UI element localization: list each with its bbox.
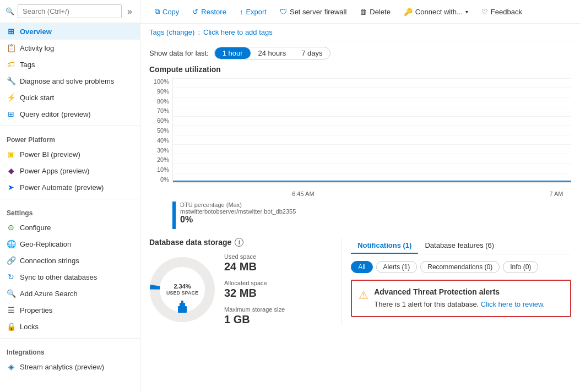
filter-all[interactable]: All xyxy=(351,261,372,273)
sidebar-item-label: Power Apps (preview) xyxy=(20,167,89,175)
chart-plot-area xyxy=(172,78,571,183)
storage-info-icon[interactable]: i xyxy=(235,238,243,247)
alert-card: ⚠ Advanced Threat Protection alerts Ther… xyxy=(351,280,571,317)
copy-icon: ⧉ xyxy=(155,7,160,16)
dtu-details: DTU percentage (Max) mstwitterbotobserve… xyxy=(180,202,296,225)
dtu-info: DTU percentage (Max) mstwitterbotobserve… xyxy=(172,202,571,229)
sidebar-item-sync-databases[interactable]: ↻ Sync to other databases xyxy=(0,269,140,285)
notifications-panel: Notifications (1) Database features (6) … xyxy=(342,238,571,326)
sidebar-item-overview[interactable]: ⊞ Overview xyxy=(0,23,140,40)
power-platform-header: Power Platform xyxy=(0,129,140,146)
firewall-icon: 🛡 xyxy=(280,8,287,16)
filter-alerts[interactable]: Alerts (1) xyxy=(376,261,418,273)
used-space-value: 24 MB xyxy=(224,260,285,273)
main-content: ⧉ Copy ↺ Restore ↑ Export 🛡 Set server f… xyxy=(140,0,580,392)
search-icon: 🔍 xyxy=(6,7,14,15)
grid-line-80 xyxy=(173,97,571,97)
sidebar-item-tags[interactable]: 🏷 Tags xyxy=(0,56,140,73)
donut-chart: 2.34% USED SPACE xyxy=(149,257,215,323)
allocated-space-stat: Allocated space 32 MB xyxy=(224,280,285,300)
sidebar-item-geo-replication[interactable]: 🌐 Geo-Replication xyxy=(0,236,140,252)
max-storage-value: 1 GB xyxy=(224,313,285,326)
sidebar-item-query-editor[interactable]: ⊞ Query editor (preview) xyxy=(0,106,140,122)
bottom-grid: Database data storage i xyxy=(140,238,580,326)
grid-line-50 xyxy=(173,126,571,126)
sidebar-item-properties[interactable]: ☰ Properties xyxy=(0,302,140,318)
configure-icon: ⊙ xyxy=(7,223,15,232)
grid-line-100 xyxy=(173,78,571,79)
grid-line-70 xyxy=(173,107,571,107)
connect-with-button[interactable]: 🔑 Connect with... ▾ xyxy=(398,5,474,19)
sidebar-item-locks[interactable]: 🔒 Locks xyxy=(0,318,140,335)
grid-line-10 xyxy=(173,164,571,164)
time-btn-1hour[interactable]: 1 hour xyxy=(215,47,251,59)
restore-button[interactable]: ↺ Restore xyxy=(187,5,232,19)
grid-line-60 xyxy=(173,116,571,117)
sidebar-item-power-apps[interactable]: ◆ Power Apps (preview) xyxy=(0,162,140,179)
sidebar-item-diagnose[interactable]: 🔧 Diagnose and solve problems xyxy=(0,73,140,89)
feedback-icon: ♡ xyxy=(481,8,488,16)
set-server-firewall-button[interactable]: 🛡 Set server firewall xyxy=(274,5,352,19)
feedback-button[interactable]: ♡ Feedback xyxy=(476,5,528,19)
sidebar-item-configure[interactable]: ⊙ Configure xyxy=(0,219,140,236)
locks-icon: 🔒 xyxy=(7,322,15,331)
copy-button[interactable]: ⧉ Copy xyxy=(149,4,185,19)
sidebar-item-activity-log[interactable]: 📋 Activity log xyxy=(0,40,140,56)
toolbar: ⧉ Copy ↺ Restore ↑ Export 🛡 Set server f… xyxy=(140,0,580,24)
y-label-40: 40% xyxy=(149,137,171,144)
tags-separator: : xyxy=(198,28,200,36)
used-space-label: Used space xyxy=(224,253,285,260)
sidebar-item-power-automate[interactable]: ➤ Power Automate (preview) xyxy=(0,179,140,195)
connection-strings-icon: 🔗 xyxy=(7,256,15,265)
diagnose-icon: 🔧 xyxy=(7,77,15,85)
overview-icon: ⊞ xyxy=(7,27,15,36)
sidebar-item-label: Power Automate (preview) xyxy=(20,183,104,192)
sidebar-item-power-bi[interactable]: ▣ Power BI (preview) xyxy=(0,146,140,162)
donut-percent: 2.34% xyxy=(166,282,198,290)
sidebar-item-label: Power BI (preview) xyxy=(20,150,80,159)
max-storage-label: Maximum storage size xyxy=(224,306,285,313)
y-label-60: 60% xyxy=(149,117,171,124)
collapse-button[interactable]: » xyxy=(125,6,134,18)
delete-button[interactable]: 🗑 Delete xyxy=(354,5,396,19)
y-label-70: 70% xyxy=(149,107,171,114)
y-label-80: 80% xyxy=(149,98,171,105)
sidebar-item-label: Query editor (preview) xyxy=(20,110,91,118)
search-box: 🔍 » xyxy=(0,0,140,23)
sidebar-item-quick-start[interactable]: ⚡ Quick start xyxy=(0,89,140,106)
chart-y-axis: 100% 90% 80% 70% 60% 50% 40% 30% 20% 10%… xyxy=(149,78,171,183)
x-label-645am: 6:45 AM xyxy=(292,190,314,197)
chart-container: 100% 90% 80% 70% 60% 50% 40% 30% 20% 10%… xyxy=(149,78,571,199)
filter-bar: All Alerts (1) Recommendations (0) Info … xyxy=(351,261,571,273)
tags-change-link[interactable]: Tags (change) xyxy=(149,28,194,36)
alert-title: Advanced Threat Protection alerts xyxy=(374,287,563,296)
time-btn-24hours[interactable]: 24 hours xyxy=(251,47,294,59)
power-automate-icon: ➤ xyxy=(7,183,15,192)
dtu-bar-indicator xyxy=(172,202,176,229)
sidebar-item-label: Geo-Replication xyxy=(20,240,71,248)
quick-start-icon: ⚡ xyxy=(7,93,15,102)
search-input[interactable] xyxy=(18,4,122,18)
sidebar-item-connection-strings[interactable]: 🔗 Connection strings xyxy=(0,252,140,269)
sidebar-item-label: Tags xyxy=(20,61,35,69)
sidebar-item-label: Overview xyxy=(20,28,52,36)
tags-add-link[interactable]: Click here to add tags xyxy=(203,28,273,36)
filter-info[interactable]: Info (0) xyxy=(503,261,538,273)
properties-icon: ☰ xyxy=(7,306,15,314)
export-button[interactable]: ↑ Export xyxy=(234,5,272,19)
sidebar-item-stream-analytics[interactable]: ◈ Stream analytics (preview) xyxy=(0,358,140,375)
grid-line-90 xyxy=(173,88,571,88)
donut-label: USED SPACE xyxy=(166,290,198,297)
y-label-20: 20% xyxy=(149,156,171,163)
tags-icon: 🏷 xyxy=(7,60,15,69)
tab-database-features[interactable]: Database features (6) xyxy=(418,238,501,254)
alert-review-link[interactable]: Click here to review. xyxy=(481,300,545,308)
sidebar-item-label: Properties xyxy=(20,306,52,314)
time-btn-7days[interactable]: 7 days xyxy=(294,47,330,59)
content-area: Tags (change) : Click here to add tags S… xyxy=(140,24,580,392)
filter-recommendations[interactable]: Recommendations (0) xyxy=(420,261,500,273)
time-selector-label: Show data for last: xyxy=(149,49,209,57)
tab-notifications[interactable]: Notifications (1) xyxy=(351,238,418,254)
svg-rect-4 xyxy=(181,301,183,304)
sidebar-item-add-azure-search[interactable]: 🔍 Add Azure Search xyxy=(0,285,140,302)
